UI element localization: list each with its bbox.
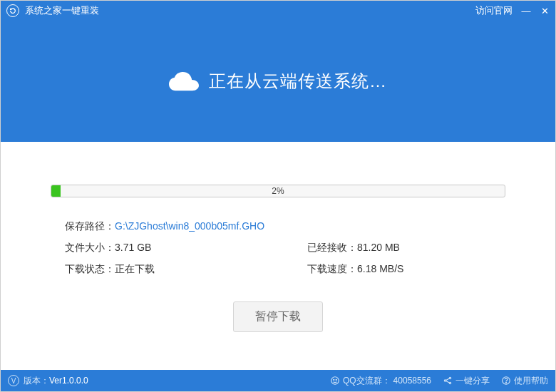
- share-label: 一键分享: [455, 375, 490, 387]
- app-logo-icon: [6, 4, 19, 17]
- qq-label: QQ交流群：: [343, 375, 391, 387]
- speed-label: 下载速度：: [307, 263, 357, 276]
- qq-value: 40058556: [393, 376, 431, 386]
- status-value: 正在下载: [115, 263, 155, 276]
- close-button[interactable]: ✕: [540, 6, 550, 16]
- progress-bar: 2%: [51, 185, 505, 197]
- version-value: Ver1.0.0.0: [49, 376, 88, 386]
- app-title: 系统之家一键重装: [25, 4, 99, 17]
- svg-point-4: [449, 377, 451, 378]
- progress-percent: 2%: [51, 185, 505, 197]
- hero-banner: 正在从云端传送系统…: [1, 21, 555, 142]
- version-label: 版本：: [24, 375, 49, 387]
- save-path-label: 保存路径：: [65, 220, 115, 233]
- version-icon: V: [8, 375, 19, 386]
- minimize-button[interactable]: —: [521, 6, 531, 16]
- help-button[interactable]: 使用帮助: [501, 375, 548, 387]
- qq-group-link[interactable]: QQ交流群： 40058556: [330, 375, 431, 387]
- cloud-icon: [169, 71, 199, 92]
- speed-value: 6.18 MB/S: [357, 263, 403, 276]
- app-window: 系统之家一键重装 访问官网 — ✕ 正在从云端传送系统… 2%: [0, 0, 556, 392]
- file-size-label: 文件大小：: [65, 242, 115, 254]
- hero-title: 正在从云端传送系统…: [209, 70, 387, 93]
- content-area: 2% 保存路径： G:\ZJGhost\win8_000b05mf.GHO 文件…: [1, 142, 555, 370]
- pause-download-button[interactable]: 暂停下载: [233, 301, 323, 332]
- svg-point-7: [506, 382, 507, 383]
- help-label: 使用帮助: [514, 375, 548, 387]
- download-info: 保存路径： G:\ZJGhost\win8_000b05mf.GHO 文件大小：…: [51, 220, 505, 276]
- statusbar: V 版本： Ver1.0.0.0 QQ交流群： 40058556 一键分享 使用…: [1, 370, 555, 391]
- svg-point-3: [444, 380, 446, 381]
- svg-point-5: [449, 382, 451, 383]
- file-size-value: 3.71 GB: [115, 242, 151, 254]
- received-label: 已经接收：: [307, 242, 357, 254]
- svg-point-0: [331, 377, 339, 385]
- received-value: 81.20 MB: [357, 242, 400, 254]
- titlebar: 系统之家一键重装 访问官网 — ✕: [1, 1, 555, 21]
- official-site-link[interactable]: 访问官网: [475, 4, 513, 17]
- svg-point-1: [334, 379, 334, 380]
- share-button[interactable]: 一键分享: [443, 375, 490, 387]
- save-path-value: G:\ZJGhost\win8_000b05mf.GHO: [115, 220, 264, 233]
- status-label: 下载状态：: [65, 263, 115, 276]
- svg-point-2: [336, 379, 336, 380]
- progress-section: 2%: [51, 185, 505, 197]
